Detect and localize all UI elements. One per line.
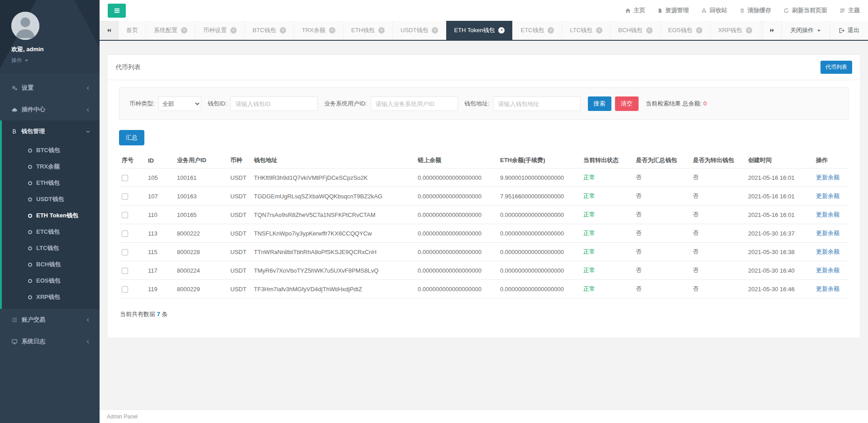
table-body: 105 100161 USDT THKft9R3h9d1Q7vkiVMtPFjD… [119, 168, 849, 298]
tabs-scroll-left[interactable] [100, 21, 119, 40]
update-balance-link[interactable]: 更新余额 [816, 267, 839, 274]
tab-close-icon[interactable]: × [329, 27, 335, 34]
tab-label: XRP钱包 [718, 26, 742, 34]
cell-address: TMyR6v7XoVboTYZ5hWK7u5UXvF8PMS8LvQ [251, 261, 415, 280]
tab-home[interactable]: 首页 [119, 21, 146, 40]
topbar-link-label: 清除缓存 [748, 6, 771, 14]
tab-eos-wallet[interactable]: EOS钱包× [661, 21, 711, 40]
sidebar-subitem-xrp-wallet[interactable]: XRP钱包 [2, 289, 100, 305]
tab-system-config[interactable]: 系统配置× [146, 21, 196, 40]
update-balance-link[interactable]: 更新余额 [816, 211, 839, 218]
tab-close-icon[interactable]: × [378, 27, 385, 34]
row-checkbox[interactable] [122, 249, 128, 255]
sidebar-subitem-ltc-wallet[interactable]: LTC钱包 [2, 240, 100, 256]
tab-coin-settings[interactable]: 币种设置× [196, 21, 245, 40]
sidebar-item-label: 系统日志 [22, 337, 45, 346]
sidebar-subitem-label: USDT钱包 [36, 195, 64, 203]
wallet-address-input[interactable] [493, 96, 581, 111]
tab-close-icon[interactable]: × [696, 27, 702, 34]
cell-is-transfer: 否 [690, 187, 745, 206]
summary-button[interactable]: 汇总 [119, 130, 144, 145]
tab-close-icon[interactable]: × [280, 27, 286, 34]
sidebar-subitem-usdt-wallet[interactable]: USDT钱包 [2, 191, 100, 207]
sidebar-item-wallet-management[interactable]: 钱包管理 [2, 120, 100, 142]
chevron-left-icon [86, 86, 91, 91]
sidebar-group-wallet-management: 钱包管理BTC钱包TRX余额ETH钱包USDT钱包ETH Token钱包ETC钱… [0, 120, 100, 309]
clear-button[interactable]: 清空 [615, 96, 639, 111]
coin-type-select[interactable]: 全部 [158, 96, 201, 111]
tab-ltc-wallet[interactable]: LTC钱包× [562, 21, 610, 40]
user-id-input[interactable] [371, 96, 458, 111]
cell-id: 110 [145, 206, 174, 224]
tab-etc-wallet[interactable]: ETC钱包× [513, 21, 562, 40]
double-left-icon [106, 28, 112, 33]
sidebar-subitem-btc-wallet[interactable]: BTC钱包 [2, 142, 100, 159]
tab-trx-balance[interactable]: TRX余额× [294, 21, 343, 40]
topbar-link-clear-cache[interactable]: 清除缓存 [739, 6, 771, 14]
update-balance-link[interactable]: 更新余额 [816, 285, 839, 292]
cell-coin: USDT [228, 187, 251, 206]
menu-toggle-button[interactable] [108, 4, 126, 18]
row-checkbox[interactable] [122, 231, 128, 237]
tab-usdt-wallet[interactable]: USDT钱包× [393, 21, 446, 40]
update-balance-link[interactable]: 更新余额 [816, 174, 839, 181]
sidebar-subitem-eos-wallet[interactable]: EOS钱包 [2, 273, 100, 289]
table-row: 113 8000222 USDT TNSFLKnWpo7iy3ypKerwffr… [119, 224, 849, 243]
tab-close-icon[interactable]: × [181, 27, 187, 34]
update-balance-link[interactable]: 更新余额 [816, 192, 839, 199]
sidebar-subitem-bch-wallet[interactable]: BCH钱包 [2, 256, 100, 273]
row-checkbox[interactable] [122, 268, 128, 274]
close-operations-label: 关闭操作 [790, 26, 814, 34]
close-operations-dropdown[interactable]: 关闭操作 [781, 21, 830, 40]
action-dropdown[interactable]: 操作 [11, 57, 91, 64]
topbar-link-resources[interactable]: 资源管理 [658, 6, 689, 14]
row-checkbox[interactable] [122, 175, 128, 181]
tab-close-icon[interactable]: × [230, 27, 237, 34]
sidebar-item-system-log[interactable]: 系统日志 [0, 331, 100, 352]
tab-eth-wallet[interactable]: ETH钱包× [343, 21, 393, 40]
topbar-link-recycle[interactable]: 回收站 [701, 6, 727, 14]
sidebar-nav: 设置插件中心钱包管理BTC钱包TRX余额ETH钱包USDT钱包ETH Token… [0, 77, 100, 352]
sidebar-item-plugin-center[interactable]: 插件中心 [0, 99, 100, 120]
tab-eth-token-wallet[interactable]: ETH Token钱包× [446, 21, 513, 40]
hamburger-icon [114, 7, 120, 14]
sidebar-subitem-label: ETC钱包 [36, 228, 60, 236]
cell-is-summary: 否 [633, 168, 690, 187]
cell-coin: USDT [228, 261, 251, 280]
tab-close-icon[interactable]: × [498, 27, 505, 34]
tab-close-icon[interactable]: × [646, 27, 653, 34]
topbar-link-refresh-page[interactable]: 刷新当前页面 [783, 6, 827, 14]
tab-label: 系统配置 [154, 26, 177, 34]
sidebar: 欢迎, admin 操作 设置插件中心钱包管理BTC钱包TRX余额ETH钱包US… [0, 0, 100, 423]
sidebar-subitem-eth-token-wallet[interactable]: ETH Token钱包 [2, 207, 100, 224]
tabs-scroll-right[interactable] [762, 21, 781, 40]
column-header: 操作 [813, 153, 849, 168]
wallet-id-input[interactable] [230, 96, 318, 111]
chevron-down-icon [86, 129, 91, 134]
tab-close-icon[interactable]: × [548, 27, 554, 34]
logout-button[interactable]: 退出 [830, 21, 868, 40]
status-badge: 正常 [583, 248, 595, 255]
topbar-link-home[interactable]: 主页 [625, 6, 645, 14]
tab-btc-wallet[interactable]: BTC钱包× [245, 21, 294, 40]
tab-bch-wallet[interactable]: BCH钱包× [610, 21, 660, 40]
tab-xrp-wallet[interactable]: XRP钱包× [711, 21, 760, 40]
tab-close-icon[interactable]: × [596, 27, 602, 34]
update-balance-link[interactable]: 更新余额 [816, 230, 839, 236]
sidebar-item-settings[interactable]: 设置 [0, 77, 100, 99]
tab-close-icon[interactable]: × [746, 27, 752, 34]
row-checkbox[interactable] [122, 193, 128, 200]
search-button[interactable]: 搜索 [588, 96, 611, 111]
cell-coin: USDT [228, 243, 251, 261]
tab-close-icon[interactable]: × [432, 27, 438, 34]
topbar-link-theme[interactable]: 主题 [839, 6, 860, 14]
row-checkbox[interactable] [122, 286, 128, 293]
token-list-button[interactable]: 代币列表 [820, 61, 852, 74]
sidebar-item-account-trade[interactable]: 账户交易 [0, 309, 100, 331]
sidebar-subitem-etc-wallet[interactable]: ETC钱包 [2, 224, 100, 240]
row-checkbox[interactable] [122, 212, 128, 218]
column-header: 当前转出状态 [581, 153, 633, 168]
sidebar-subitem-eth-wallet[interactable]: ETH钱包 [2, 175, 100, 191]
sidebar-subitem-trx-balance[interactable]: TRX余额 [2, 159, 100, 175]
update-balance-link[interactable]: 更新余额 [816, 248, 839, 255]
